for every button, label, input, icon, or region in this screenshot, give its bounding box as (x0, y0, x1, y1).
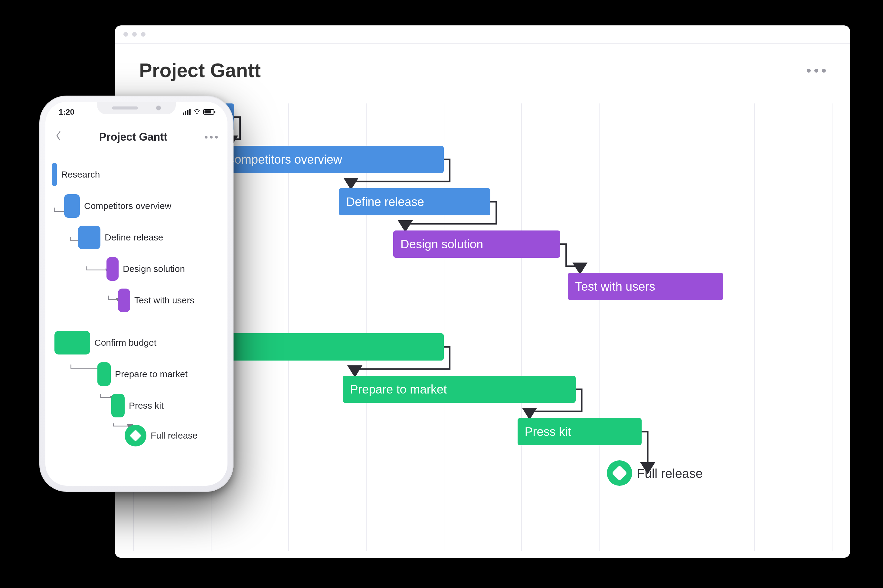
milestone-icon[interactable] (607, 460, 632, 486)
traffic-light-icon[interactable] (123, 32, 128, 37)
gantt-bar-label: Competitors overview (84, 194, 171, 218)
more-menu-button[interactable] (807, 69, 826, 73)
gantt-chart: ResearchCompetitors overviewDefine relea… (133, 104, 832, 551)
traffic-light-icon[interactable] (132, 32, 137, 37)
wifi-icon (193, 108, 200, 116)
milestone-label: Full release (637, 466, 703, 481)
gantt-bar[interactable]: Test with users (568, 273, 723, 300)
desktop-header: Project Gantt (115, 44, 850, 92)
page-title: Project Gantt (139, 59, 261, 82)
phone-title: Project Gantt (99, 130, 167, 143)
gantt-bar[interactable] (64, 194, 80, 218)
phone-device: 1:20 Project Gantt ResearchCompetit (39, 96, 234, 492)
battery-icon (203, 109, 214, 115)
milestone-icon[interactable] (124, 424, 146, 447)
window-titlebar (115, 26, 850, 44)
phone-screen: 1:20 Project Gantt ResearchCompetit (45, 102, 228, 486)
gantt-bar-label: Design solution (123, 257, 185, 281)
gantt-bar[interactable] (97, 362, 111, 386)
chart-bars: ResearchCompetitors overviewDefine relea… (133, 104, 832, 551)
traffic-light-icon[interactable] (141, 32, 145, 37)
gantt-bar-label: Prepare to market (115, 362, 187, 386)
gantt-bar[interactable] (54, 331, 90, 354)
status-time: 1:20 (59, 107, 74, 117)
phone-more-button[interactable] (205, 136, 218, 138)
gantt-bar[interactable] (52, 163, 57, 186)
gantt-bar-label: Confirm budget (94, 331, 156, 354)
gantt-bar[interactable]: Design solution (393, 231, 560, 258)
gantt-bar[interactable]: Prepare to market (343, 376, 576, 403)
gantt-bar[interactable] (106, 257, 118, 281)
milestone-label: Full release (151, 424, 198, 447)
gantt-bar[interactable] (78, 226, 100, 249)
gantt-bar-label: Research (61, 163, 100, 186)
back-button[interactable] (55, 130, 62, 144)
gantt-bar[interactable] (111, 394, 124, 417)
gantt-bar-label: Define release (105, 226, 163, 249)
phone-gantt: ResearchCompetitors overviewDefine relea… (52, 159, 221, 480)
gantt-bar[interactable]: Press kit (517, 418, 642, 445)
phone-statusbar: 1:20 (45, 105, 228, 118)
gantt-bar-label: Test with users (134, 288, 194, 312)
gantt-bar[interactable] (118, 288, 130, 312)
gantt-bar[interactable]: Competitors overview (218, 146, 444, 173)
signal-icon (183, 109, 190, 115)
gantt-bar-label: Press kit (129, 394, 163, 417)
stage: Project Gantt ResearchCompetitors overvi… (0, 0, 883, 588)
phone-header: Project Gantt (45, 124, 228, 150)
status-icons (183, 108, 214, 116)
gantt-bar[interactable]: Define release (339, 188, 490, 215)
